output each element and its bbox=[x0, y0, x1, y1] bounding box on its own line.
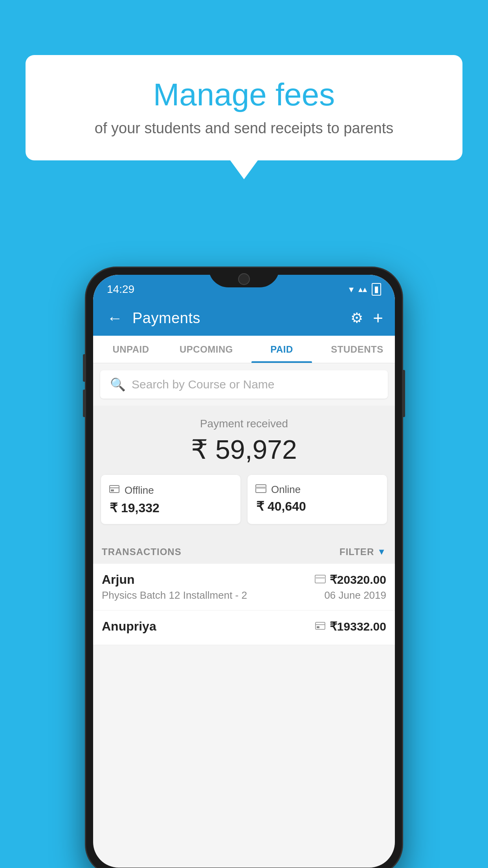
status-time: 14:29 bbox=[107, 283, 134, 296]
volume-up-button[interactable] bbox=[83, 354, 86, 382]
transaction-amount-wrap: ₹20320.00 bbox=[315, 573, 386, 587]
transaction-date: 06 June 2019 bbox=[324, 589, 386, 601]
online-icon bbox=[255, 484, 266, 496]
tab-unpaid[interactable]: UNPAID bbox=[93, 336, 169, 363]
power-button[interactable] bbox=[402, 370, 405, 417]
transaction-amount: ₹20320.00 bbox=[330, 573, 386, 587]
search-icon: 🔍 bbox=[110, 377, 126, 392]
svg-rect-0 bbox=[110, 485, 119, 493]
speech-bubble: Manage fees of your students and send re… bbox=[26, 55, 462, 160]
tab-bar: UNPAID UPCOMING PAID STUDENTS bbox=[93, 336, 395, 363]
tab-upcoming[interactable]: UPCOMING bbox=[169, 336, 244, 363]
page-title: Payments bbox=[132, 310, 343, 327]
transaction-row-bottom: Physics Batch 12 Installment - 2 06 June… bbox=[102, 589, 386, 601]
transactions-header: TRANSACTIONS FILTER ▼ bbox=[93, 538, 395, 564]
search-input[interactable]: Search by Course or Name bbox=[132, 378, 275, 391]
status-icons: ▾ ▴▴ ▮ bbox=[349, 283, 381, 296]
speech-bubble-container: Manage fees of your students and send re… bbox=[26, 55, 462, 160]
table-row[interactable]: Anupriya ₹19332.00 bbox=[93, 611, 395, 645]
online-payment-card: Online ₹ 40,640 bbox=[248, 475, 387, 524]
manage-fees-title: Manage fees bbox=[49, 77, 439, 113]
table-row[interactable]: Arjun ₹20320.00 bbox=[93, 564, 395, 611]
wifi-icon: ▾ bbox=[349, 284, 354, 295]
tab-paid[interactable]: PAID bbox=[244, 336, 319, 363]
filter-icon: ▼ bbox=[377, 547, 386, 557]
settings-icon[interactable]: ⚙ bbox=[350, 310, 363, 326]
offline-payment-card: Offline ₹ 19,332 bbox=[101, 475, 240, 524]
offline-amount: ₹ 19,332 bbox=[109, 500, 160, 515]
online-amount: ₹ 40,640 bbox=[255, 499, 306, 514]
svg-rect-6 bbox=[315, 577, 325, 579]
screen-content: 14:29 ▾ ▴▴ ▮ ← Payments ⚙ + bbox=[93, 275, 395, 868]
payment-cards-row: Offline ₹ 19,332 bbox=[101, 475, 387, 524]
tab-students[interactable]: STUDENTS bbox=[319, 336, 395, 363]
phone-frame: 14:29 ▾ ▴▴ ▮ ← Payments ⚙ + bbox=[85, 267, 403, 868]
search-container[interactable]: 🔍 Search by Course or Name bbox=[100, 370, 388, 399]
manage-fees-subtitle: of your students and send receipts to pa… bbox=[49, 120, 439, 137]
payment-received-section: Payment received ₹ 59,972 bbox=[93, 406, 395, 538]
transaction-list: Arjun ₹20320.00 bbox=[93, 564, 395, 645]
transaction-card-icon bbox=[315, 575, 326, 585]
transaction-row-top: Anupriya ₹19332.00 bbox=[102, 619, 386, 634]
svg-rect-4 bbox=[256, 487, 266, 489]
offline-card-header: Offline bbox=[109, 484, 154, 497]
filter-button[interactable]: FILTER ▼ bbox=[339, 546, 386, 557]
phone-outer: 14:29 ▾ ▴▴ ▮ ← Payments ⚙ + bbox=[85, 267, 403, 868]
transaction-name: Arjun bbox=[102, 572, 135, 587]
transaction-offline-icon bbox=[315, 622, 326, 632]
camera bbox=[238, 273, 250, 285]
filter-label: FILTER bbox=[339, 546, 374, 557]
phone-screen: 14:29 ▾ ▴▴ ▮ ← Payments ⚙ + bbox=[93, 275, 395, 868]
transactions-label: TRANSACTIONS bbox=[102, 546, 182, 557]
back-button[interactable]: ← bbox=[105, 307, 125, 329]
battery-icon: ▮ bbox=[372, 283, 381, 296]
svg-rect-2 bbox=[111, 489, 114, 491]
transaction-row-top: Arjun ₹20320.00 bbox=[102, 572, 386, 587]
signal-icon: ▴▴ bbox=[358, 284, 367, 294]
svg-rect-9 bbox=[317, 626, 319, 628]
volume-down-button[interactable] bbox=[83, 390, 86, 417]
add-icon[interactable]: + bbox=[373, 308, 383, 328]
transaction-description: Physics Batch 12 Installment - 2 bbox=[102, 589, 247, 601]
transaction-amount-wrap: ₹19332.00 bbox=[315, 620, 386, 633]
notch bbox=[209, 268, 279, 287]
online-label: Online bbox=[271, 484, 301, 496]
offline-label: Offline bbox=[125, 484, 154, 497]
svg-rect-7 bbox=[316, 622, 325, 629]
transaction-amount: ₹19332.00 bbox=[330, 620, 386, 633]
transaction-name: Anupriya bbox=[102, 619, 156, 634]
online-card-header: Online bbox=[255, 484, 301, 496]
top-bar-actions: ⚙ + bbox=[350, 308, 383, 328]
top-bar: ← Payments ⚙ + bbox=[93, 300, 395, 336]
svg-rect-5 bbox=[315, 575, 325, 583]
offline-icon bbox=[109, 484, 120, 497]
payment-total: ₹ 59,972 bbox=[101, 434, 387, 465]
payment-received-label: Payment received bbox=[101, 417, 387, 430]
